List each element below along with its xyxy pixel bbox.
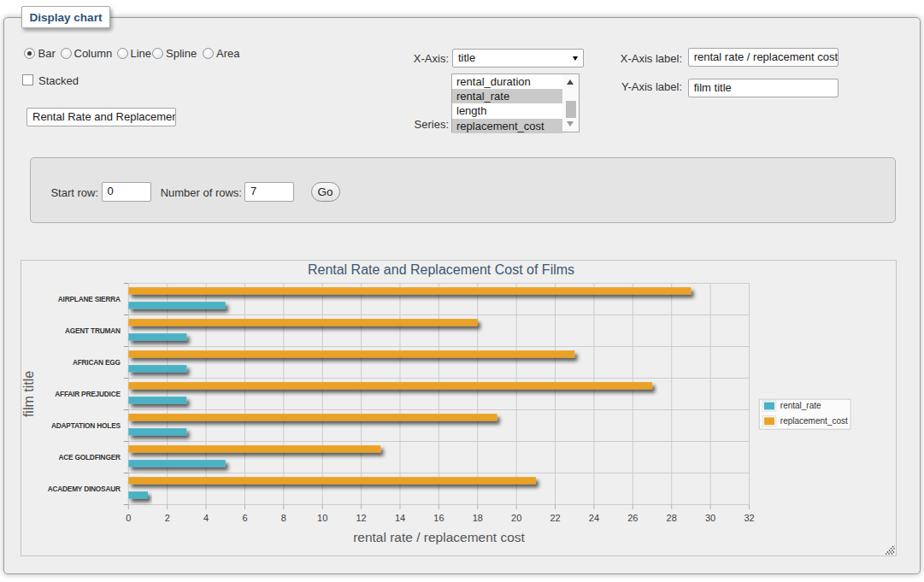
svg-text:8: 8 [281,513,286,523]
svg-text:20: 20 [511,513,521,523]
svg-text:ACADEMY DINOSAUR: ACADEMY DINOSAUR [48,485,121,493]
svg-text:film title: film title [21,371,36,417]
svg-text:6: 6 [242,513,247,523]
svg-text:26: 26 [627,513,638,523]
svg-text:ACE GOLDFINGER: ACE GOLDFINGER [58,453,121,461]
svg-text:2: 2 [165,513,170,523]
svg-text:AIRPLANE SIERRA: AIRPLANE SIERRA [58,295,121,303]
svg-text:AGENT TRUMAN: AGENT TRUMAN [65,326,121,335]
svg-text:rental_rate: rental_rate [780,401,821,410]
svg-text:30: 30 [705,513,715,523]
svg-text:32: 32 [744,513,754,523]
svg-text:14: 14 [395,513,405,523]
svg-text:ADAPTATION HOLES: ADAPTATION HOLES [51,421,121,430]
svg-text:AFFAIR PREJUDICE: AFFAIR PREJUDICE [55,390,121,398]
svg-text:28: 28 [667,513,677,523]
svg-text:replacement_cost: replacement_cost [780,416,848,426]
svg-text:rental rate / replacement cost: rental rate / replacement cost [353,530,525,544]
svg-text:24: 24 [589,513,599,523]
svg-text:4: 4 [203,513,209,523]
svg-text:18: 18 [473,513,483,523]
svg-text:0: 0 [126,513,131,523]
svg-text:Rental Rate and Replacement Co: Rental Rate and Replacement Cost of Film… [308,262,574,277]
svg-text:12: 12 [356,513,367,523]
svg-text:10: 10 [317,513,327,523]
svg-text:22: 22 [550,513,560,523]
svg-text:AFRICAN EGG: AFRICAN EGG [73,358,121,367]
svg-text:16: 16 [433,513,444,523]
